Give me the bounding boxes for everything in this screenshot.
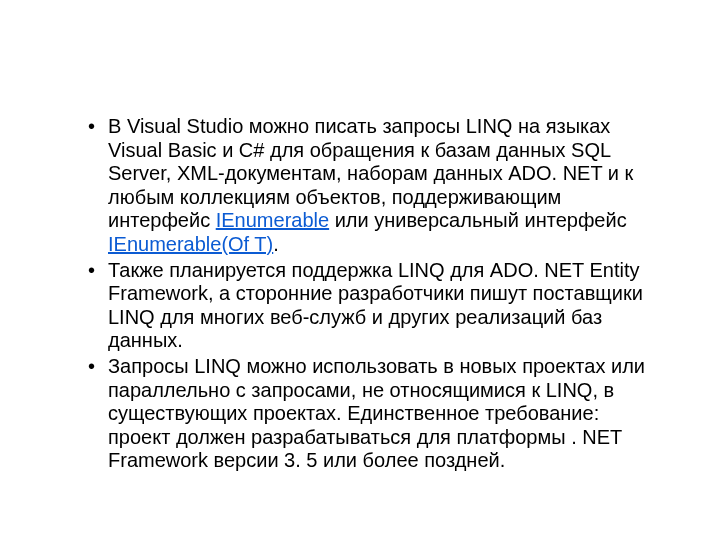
bullet-list: В Visual Studio можно писать запросы LIN…	[80, 115, 650, 473]
bullet-item-3: Запросы LINQ можно использовать в новых …	[80, 355, 650, 473]
bullet-1-text-post: .	[273, 233, 279, 255]
bullet-1-text-mid: или универсальный интерфейс	[329, 209, 627, 231]
bullet-3-text: Запросы LINQ можно использовать в новых …	[108, 355, 645, 471]
bullet-2-text: Также планируется поддержка LINQ для ADO…	[108, 259, 643, 352]
bullet-item-1: В Visual Studio можно писать запросы LIN…	[80, 115, 650, 257]
bullet-item-2: Также планируется поддержка LINQ для ADO…	[80, 259, 650, 353]
slide-content: В Visual Studio можно писать запросы LIN…	[0, 0, 720, 540]
link-ienumerable[interactable]: IEnumerable	[216, 209, 329, 231]
link-ienumerable-of-t[interactable]: IEnumerable(Of T)	[108, 233, 273, 255]
